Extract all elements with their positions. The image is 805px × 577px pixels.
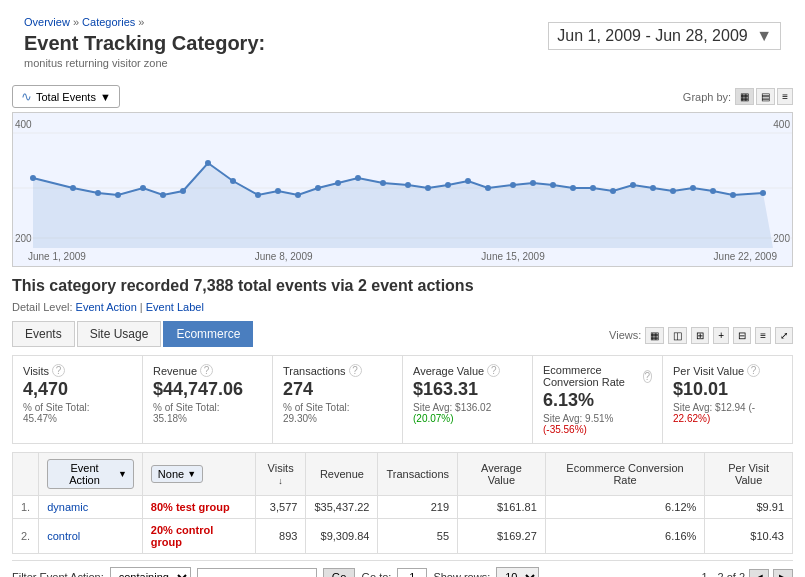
svg-point-24 [485, 185, 491, 191]
svg-point-7 [115, 192, 121, 198]
graph-btn-compare[interactable]: ≡ [777, 88, 793, 105]
metric-transactions: Transactions ? 274 % of Site Total: 29.3… [273, 356, 403, 443]
svg-point-34 [690, 185, 696, 191]
view-btn-1[interactable]: ▦ [645, 327, 664, 344]
svg-point-25 [510, 182, 516, 188]
data-table: Event Action ▼ None ▼ Visits ↓ Revenue T… [12, 452, 793, 554]
svg-point-10 [180, 188, 186, 194]
metric-help-revenue[interactable]: ? [200, 364, 213, 377]
th-transactions: Transactions [378, 453, 458, 496]
breadcrumb: Overview » Categories » [24, 16, 265, 28]
th-visits: Visits ↓ [255, 453, 306, 496]
row-label-1: 80% test group [142, 496, 255, 519]
metric-help-visits[interactable]: ? [52, 364, 65, 377]
view-btn-7[interactable]: ⤢ [775, 327, 793, 344]
views-controls: Views: ▦ ◫ ⊞ + ⊟ ≡ ⤢ [609, 327, 793, 344]
breadcrumb-categories[interactable]: Categories [82, 16, 135, 28]
view-btn-4[interactable]: + [713, 327, 729, 344]
metric-avg-value: Average Value ? $163.31 Site Avg: $136.0… [403, 356, 533, 443]
view-btn-3[interactable]: ⊞ [691, 327, 709, 344]
row-avg-value-1: $161.81 [458, 496, 546, 519]
svg-marker-3 [33, 163, 773, 248]
svg-point-19 [380, 180, 386, 186]
tab-events[interactable]: Events [12, 321, 75, 347]
x-label-4: June 22, 2009 [714, 251, 777, 262]
svg-point-13 [255, 192, 261, 198]
goto-label: Go to: [361, 571, 391, 577]
svg-point-31 [630, 182, 636, 188]
th-none: None ▼ [142, 453, 255, 496]
svg-point-15 [295, 192, 301, 198]
x-label-2: June 8, 2009 [255, 251, 313, 262]
th-per-visit: Per Visit Value [705, 453, 793, 496]
x-label-3: June 15, 2009 [481, 251, 544, 262]
page-title: Event Tracking Category: [24, 32, 265, 55]
chart-icon: ∿ [21, 89, 32, 104]
col-sort-icon: ▼ [118, 469, 127, 479]
svg-point-27 [550, 182, 556, 188]
svg-point-9 [160, 192, 166, 198]
x-axis-labels: June 1, 2009 June 8, 2009 June 15, 2009 … [13, 251, 792, 262]
view-btn-5[interactable]: ⊟ [733, 327, 751, 344]
breadcrumb-overview[interactable]: Overview [24, 16, 70, 28]
svg-point-18 [355, 175, 361, 181]
dynamic-link[interactable]: dynamic [47, 501, 88, 513]
view-btn-2[interactable]: ◫ [668, 327, 687, 344]
row-visits-1: 3,577 [255, 496, 306, 519]
control-link[interactable]: control [47, 530, 80, 542]
prev-page-button[interactable]: ◀ [749, 569, 769, 578]
metric-help-conv-rate[interactable]: ? [643, 370, 652, 383]
show-rows-select[interactable]: 10 25 50 [496, 567, 539, 577]
goto-input[interactable] [397, 568, 427, 577]
row-event-action-1: dynamic [39, 496, 143, 519]
table-row: 1. dynamic 80% test group 3,577 $35,437.… [13, 496, 793, 519]
row-label-2: 20% control group [142, 519, 255, 554]
svg-point-20 [405, 182, 411, 188]
total-events-button[interactable]: ∿ Total Events ▼ [12, 85, 120, 108]
row-visits-2: 893 [255, 519, 306, 554]
th-num [13, 453, 39, 496]
none-col-btn[interactable]: None ▼ [151, 465, 203, 483]
th-event-action: Event Action ▼ [39, 453, 143, 496]
svg-point-17 [335, 180, 341, 186]
metric-help-transactions[interactable]: ? [349, 364, 362, 377]
svg-point-26 [530, 180, 536, 186]
svg-point-28 [570, 185, 576, 191]
filter-label: Filter Event Action: [12, 571, 104, 577]
metric-revenue: Revenue ? $44,747.06 % of Site Total: 35… [143, 356, 273, 443]
graph-btn-bar[interactable]: ▤ [756, 88, 775, 105]
svg-point-8 [140, 185, 146, 191]
row-event-action-2: control [39, 519, 143, 554]
graph-btn-line[interactable]: ▦ [735, 88, 754, 105]
svg-point-29 [590, 185, 596, 191]
filter-containing-select[interactable]: containing [110, 567, 191, 577]
date-range-arrow: ▼ [756, 27, 772, 44]
row-conv-rate-1: 6.12% [545, 496, 705, 519]
chart-container: 400 200 400 200 [12, 112, 793, 267]
page-subtitle: monitus returning visitor zone [24, 57, 265, 69]
filter-text-input[interactable] [197, 568, 317, 577]
metric-help-avg-value[interactable]: ? [487, 364, 500, 377]
detail-event-label-link[interactable]: Event Label [146, 301, 204, 313]
row-avg-value-2: $169.27 [458, 519, 546, 554]
svg-point-21 [425, 185, 431, 191]
event-action-col-btn[interactable]: Event Action ▼ [47, 459, 134, 489]
svg-point-6 [95, 190, 101, 196]
tab-ecommerce[interactable]: Ecommerce [163, 321, 253, 347]
tab-site-usage[interactable]: Site Usage [77, 321, 162, 347]
svg-point-35 [710, 188, 716, 194]
th-revenue: Revenue [306, 453, 378, 496]
next-page-button[interactable]: ▶ [773, 569, 793, 578]
view-btn-6[interactable]: ≡ [755, 327, 771, 344]
row-num-1: 1. [13, 496, 39, 519]
tab-bar: Events Site Usage Ecommerce [12, 321, 253, 347]
svg-point-36 [730, 192, 736, 198]
detail-level: Detail Level: Event Action | Event Label [0, 299, 805, 321]
detail-event-action-link[interactable]: Event Action [76, 301, 137, 313]
svg-point-30 [610, 188, 616, 194]
date-range-picker[interactable]: Jun 1, 2009 - Jun 28, 2009 ▼ [548, 22, 781, 50]
svg-point-5 [70, 185, 76, 191]
col-sort-icon-2: ▼ [187, 469, 196, 479]
metric-help-per-visit[interactable]: ? [747, 364, 760, 377]
filter-go-button[interactable]: Go [323, 568, 356, 577]
